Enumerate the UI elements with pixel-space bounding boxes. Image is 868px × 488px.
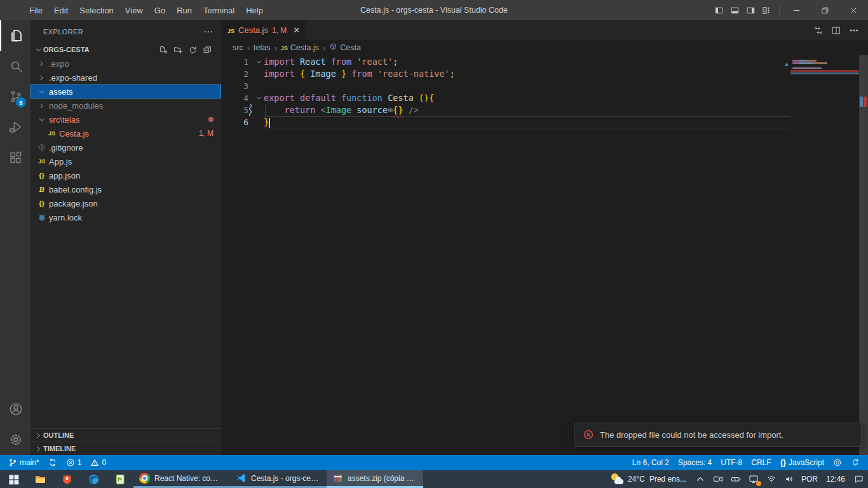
menu-file[interactable]: File — [24, 0, 48, 20]
toggle-panel-icon[interactable] — [730, 6, 740, 15]
action-center-button[interactable] — [850, 470, 868, 488]
status-notifications-bell[interactable] — [846, 455, 864, 470]
breadcrumb-cesta[interactable]: Cesta — [329, 43, 361, 53]
tree-item-.expo[interactable]: .expo — [31, 57, 221, 71]
more-actions-icon[interactable] — [849, 25, 859, 36]
tree-item-babel.config.js[interactable]: Bbabel.config.js — [31, 182, 221, 196]
code-token: } — [341, 69, 346, 79]
meet-now-icon — [713, 474, 723, 484]
menu-run[interactable]: Run — [171, 0, 198, 20]
status-branch-status[interactable]: main* — [4, 455, 44, 470]
breadcrumb-telas[interactable]: telas — [254, 43, 270, 52]
tree-item-package.json[interactable]: {}package.json — [31, 196, 221, 210]
gear-icon — [8, 432, 24, 447]
taskbar-start-button[interactable] — [0, 470, 27, 488]
customize-layout-icon[interactable] — [762, 6, 771, 15]
tab-close-icon[interactable]: ✕ — [293, 25, 300, 35]
activity-account[interactable] — [0, 394, 31, 424]
status-sync-status[interactable] — [44, 455, 62, 470]
open-changes-icon[interactable] — [813, 25, 824, 36]
line-number: 6 — [221, 118, 248, 127]
braces-icon: {} — [780, 458, 786, 467]
refresh-icon[interactable] — [188, 45, 198, 55]
activity-extensions[interactable] — [0, 142, 31, 173]
code-token — [264, 105, 285, 115]
toggle-sidebar-icon[interactable] — [714, 6, 724, 15]
activity-source-control[interactable]: 5 — [0, 81, 31, 112]
close-button[interactable] — [839, 0, 868, 20]
keyboard-language[interactable]: POR — [798, 470, 821, 488]
project-root-row[interactable]: ORGS-CESTA — [31, 43, 221, 57]
clock[interactable]: 12:46 — [821, 470, 850, 488]
status-eol[interactable]: CRLF — [747, 455, 775, 470]
error-circle-icon — [66, 458, 75, 467]
status-language-mode[interactable]: {}JavaScript — [776, 455, 829, 470]
notification-toast[interactable]: The dropped file could not be accessed f… — [574, 423, 862, 447]
taskbar-winrar-window[interactable]: assets.zip (cópia de a... — [327, 470, 423, 488]
menu-terminal[interactable]: Terminal — [198, 0, 240, 20]
tree-item-cesta.js[interactable]: JSCesta.js1, M — [31, 126, 221, 140]
code-token: < — [320, 105, 325, 115]
breadcrumb-cesta.js[interactable]: JSCesta.js — [281, 43, 319, 52]
taskbar-chrome-window[interactable]: React Native: começa... — [133, 470, 230, 488]
weather-widget[interactable]: 24°CPred ens... — [606, 470, 691, 488]
menu-help[interactable]: Help — [240, 0, 269, 20]
sidebar-more-actions[interactable]: ⋯ — [203, 26, 214, 37]
tray-meet-now-icon[interactable] — [709, 470, 727, 488]
menu-view[interactable]: View — [119, 0, 149, 20]
status-error-count[interactable]: 1 — [62, 455, 86, 470]
code-content: } — [264, 116, 790, 128]
code-editor[interactable]: 1import React from 'react';2import { Ima… — [221, 55, 790, 455]
taskbar-vscode-window[interactable]: Cesta.js - orgs-cesta -... — [230, 470, 327, 488]
status-cursor-position[interactable]: Ln 6, Col 2 — [628, 455, 674, 470]
tree-item-app.js[interactable]: JSApp.js — [31, 154, 221, 168]
status-encoding[interactable]: UTF-8 — [716, 455, 747, 470]
activity-run-debug[interactable] — [0, 112, 31, 142]
tray-volume-icon[interactable] — [780, 470, 798, 488]
activity-explorer[interactable] — [0, 20, 31, 51]
split-editor-icon[interactable] — [831, 25, 841, 36]
tree-item-assets[interactable]: assets — [31, 85, 221, 98]
tree-item-node-modules[interactable]: node_modules — [31, 98, 221, 112]
tree-item-.expo-shared[interactable]: .expo-shared — [31, 71, 221, 85]
tray-chevron-up-icon[interactable] — [691, 470, 709, 488]
toggle-secondary-sidebar-icon[interactable] — [746, 6, 756, 15]
tree-item-src-telas[interactable]: src\telas — [31, 112, 221, 126]
status-indentation[interactable]: Spaces: 4 — [674, 455, 716, 470]
new-file-icon[interactable] — [159, 45, 168, 55]
tree-item-.gitignore[interactable]: .gitignore — [31, 140, 221, 154]
tray-wifi-icon[interactable] — [763, 470, 780, 488]
status-feedback[interactable] — [829, 455, 846, 470]
minimap[interactable] — [790, 55, 859, 455]
tab-cesta-js[interactable]: JS Cesta.js 1, M ✕ — [221, 20, 306, 40]
status-warning-count[interactable]: 0 — [86, 455, 111, 470]
scrollbar[interactable] — [859, 55, 868, 455]
taskbar-brave-button[interactable] — [53, 470, 80, 488]
tree-item-yarn.lock[interactable]: yarn.lock — [31, 210, 221, 224]
taskbar-notepadpp-button[interactable] — [107, 470, 133, 488]
tray-battery-icon[interactable] — [727, 470, 745, 488]
git-icon — [36, 143, 47, 152]
minimize-button[interactable] — [782, 0, 811, 20]
section-timeline[interactable]: TIMELINE — [31, 442, 221, 455]
status-bar: main*10Ln 6, Col 2Spaces: 4UTF-8CRLF{}Ja… — [0, 455, 868, 470]
tree-item-label: App.js — [49, 157, 72, 166]
taskbar-edge-button[interactable] — [80, 470, 107, 488]
menu-edit[interactable]: Edit — [48, 0, 74, 20]
debug-icon — [8, 119, 24, 135]
restore-button[interactable] — [811, 0, 839, 20]
activity-settings[interactable] — [0, 424, 31, 455]
taskbar-file-explorer-button[interactable] — [27, 470, 53, 488]
breadcrumb-src[interactable]: src — [233, 43, 243, 52]
new-folder-icon[interactable] — [173, 45, 183, 55]
menu-selection[interactable]: Selection — [74, 0, 119, 20]
menu-go[interactable]: Go — [149, 0, 171, 20]
tray-update-icon[interactable] — [745, 470, 763, 488]
indent-guide — [265, 104, 266, 116]
taskbar-window-label: Cesta.js - orgs-cesta -... — [251, 474, 321, 483]
code-line-6: 6} — [221, 116, 790, 128]
activity-search[interactable] — [0, 51, 31, 81]
tree-item-app.json[interactable]: {}app.json — [31, 168, 221, 182]
collapse-all-icon[interactable] — [203, 45, 212, 55]
section-outline[interactable]: OUTLINE — [31, 428, 221, 442]
